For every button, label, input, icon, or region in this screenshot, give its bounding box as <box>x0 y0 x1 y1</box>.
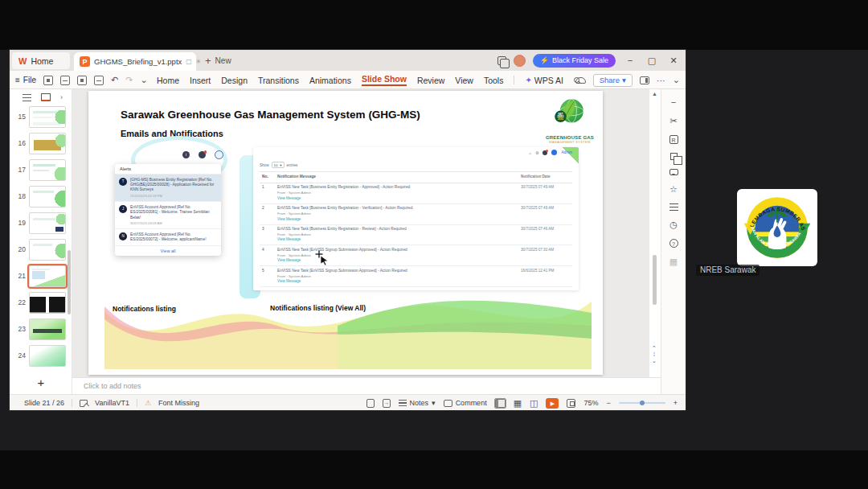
close-button[interactable]: ✕ <box>666 55 681 66</box>
view-message-link[interactable]: View Message <box>277 237 521 243</box>
slide-thumbnail-18[interactable]: 18 <box>10 186 72 208</box>
export-pdf-icon[interactable] <box>94 76 104 85</box>
thumbnail-image <box>29 133 66 154</box>
reading-view-button[interactable]: ◫ <box>530 398 538 409</box>
zoom-slider-handle[interactable] <box>640 401 645 405</box>
menu-divider <box>514 76 514 84</box>
maximize-button[interactable]: ▢ <box>645 55 659 66</box>
collapse-ribbon-icon[interactable]: ⌄ <box>673 75 680 85</box>
minimize-button[interactable]: − <box>623 55 637 65</box>
view-message-link[interactable]: View Message <box>277 279 521 285</box>
zoom-in-button[interactable]: + <box>674 399 678 407</box>
comment-panel-icon[interactable] <box>669 169 678 175</box>
zoom-level[interactable]: 75% <box>583 399 598 407</box>
view-all-link[interactable]: View all <box>115 246 221 256</box>
share-button[interactable]: Share ▾ <box>593 74 633 87</box>
slide-thumbnail-15[interactable]: 15 <box>10 106 72 128</box>
scroll-up-icon[interactable]: ▲ <box>652 91 657 97</box>
normal-view-button[interactable] <box>495 399 506 408</box>
comment-button[interactable]: Comment <box>444 399 487 407</box>
screen: W Home P GHGMS_Briefing_v1.pptx ▢ ✳ + Ne… <box>0 0 868 489</box>
document-tab[interactable]: P GHGMS_Briefing_v1.pptx ▢ ✳ <box>74 52 196 71</box>
slide-view-icon[interactable] <box>41 93 51 101</box>
save-icon[interactable] <box>43 76 53 85</box>
menu-tools[interactable]: Tools <box>484 76 504 85</box>
top-black-band <box>0 0 868 50</box>
font-missing-label[interactable]: Font Missing <box>158 399 199 407</box>
menu-view[interactable]: View <box>455 76 473 85</box>
next-slide-button[interactable]: ⌄ <box>652 358 657 364</box>
redo-icon[interactable]: ↷ <box>125 75 133 85</box>
page-setup-icon[interactable] <box>366 399 375 408</box>
menu-wps-ai[interactable]: ✦ WPS AI <box>525 76 563 85</box>
outline-view-icon[interactable] <box>23 94 31 101</box>
view-message-link[interactable]: View Message <box>277 196 521 202</box>
sidebar-scrollbar[interactable] <box>68 250 71 314</box>
menu-design[interactable]: Design <box>221 76 248 85</box>
slide-thumbnail-21-selected[interactable]: 21 <box>10 265 72 287</box>
theme-name[interactable]: VanillaVT1 <box>95 399 129 407</box>
menu-insert[interactable]: Insert <box>190 76 211 85</box>
slide-21[interactable]: Sarawak Greenhouse Gas Management System… <box>88 91 603 375</box>
menu-slide-show[interactable]: Slide Show <box>362 74 407 86</box>
view-message-link[interactable]: View Message <box>277 258 521 264</box>
slideshow-play-button[interactable]: ▶ <box>546 398 559 409</box>
page-size-select[interactable]: 10 ▾ <box>272 162 285 168</box>
alert-text: [GHG-MS] Business Entity Registration [R… <box>130 178 214 192</box>
expand-panel-icon[interactable]: › <box>60 93 63 101</box>
resume-assistant-icon[interactable]: R <box>669 135 678 144</box>
exit-view-icon[interactable] <box>383 399 391 408</box>
new-document-button[interactable]: + New <box>205 52 231 69</box>
cloud-save-icon[interactable] <box>575 77 586 84</box>
zoom-out-button[interactable]: − <box>606 399 610 407</box>
plus-icon: + <box>205 55 211 67</box>
thumbnail-image <box>29 212 66 234</box>
slide-sorter-view-button[interactable]: ▦ <box>514 398 522 409</box>
participant-video-tile[interactable]: LEMBAGA SUMBER ASLI DAN ALAM SEKITAR SAR… <box>737 189 817 266</box>
alert-item[interactable]: N EnVISS Account Approved [Ref No. ES/20… <box>115 229 221 246</box>
wps-home-tab[interactable]: W Home <box>12 52 70 69</box>
view-message-link[interactable]: View Message <box>277 217 521 223</box>
notes-bar[interactable]: Click to add notes <box>72 377 661 394</box>
alert-item[interactable]: J EnVISS Account Approved [Ref No. ES/20… <box>115 202 221 229</box>
account-avatar[interactable] <box>514 55 526 67</box>
menu-transitions[interactable]: Transitions <box>258 76 299 85</box>
scrollbar-thumb[interactable] <box>653 255 657 305</box>
fit-slide-icon[interactable] <box>567 399 575 408</box>
slide-thumbnail-23[interactable]: 23 <box>10 318 72 340</box>
wps-presentation-window: W Home P GHGMS_Briefing_v1.pptx ▢ ✳ + Ne… <box>10 50 686 410</box>
canvas-scrollbar[interactable]: ▲ ⌃ ⁞ ⌄ <box>649 89 661 377</box>
slide-thumbnail-19[interactable]: 19 <box>10 212 72 234</box>
slide-thumbnail-17[interactable]: 17 <box>10 159 72 181</box>
alert-item[interactable]: T [GHG-MS] Business Entity Registration … <box>115 175 221 202</box>
favorites-star-icon[interactable]: ☆ <box>669 184 678 195</box>
print-icon[interactable] <box>77 76 87 85</box>
task-pane-icon[interactable] <box>640 76 649 84</box>
slide-thumbnail-20[interactable]: 20 <box>10 239 72 261</box>
toolbar-more-chevron-icon[interactable]: ⌄ <box>140 75 147 85</box>
settings-sliders-icon[interactable] <box>669 203 678 211</box>
slide-thumbnail-16[interactable]: 16 <box>10 133 72 154</box>
previous-slide-button[interactable]: ⌃ <box>652 345 657 351</box>
zoom-slider[interactable] <box>619 402 665 404</box>
window-switcher-icon[interactable] <box>497 56 506 65</box>
help-icon[interactable]: ? <box>669 239 678 248</box>
undo-icon[interactable]: ↶ <box>111 75 118 85</box>
slide-thumbnail-22[interactable]: 22 <box>10 292 72 314</box>
apps-grid-icon[interactable]: ▦ <box>669 257 678 267</box>
print-preview-icon[interactable] <box>60 76 70 85</box>
black-friday-sale-button[interactable]: ⚡ Black Friday Sale <box>533 54 616 68</box>
design-tools-icon[interactable]: ✂ <box>669 116 677 126</box>
notes-toggle[interactable]: Notes ▾ <box>399 399 436 407</box>
collapse-rail-icon[interactable]: − <box>671 97 676 107</box>
file-menu[interactable]: ≡ File <box>15 76 36 84</box>
menu-review[interactable]: Review <box>417 76 444 85</box>
menu-home[interactable]: Home <box>157 76 179 85</box>
more-options-icon[interactable]: ··· <box>657 76 665 85</box>
history-clock-icon[interactable]: ◷ <box>669 220 678 230</box>
add-slide-button[interactable]: + <box>10 376 72 389</box>
slide-thumbnail-24[interactable]: 24 <box>10 345 72 367</box>
menu-animations[interactable]: Animations <box>309 76 351 85</box>
shapes-icon[interactable] <box>670 153 678 160</box>
dropdown-icon: ▾ <box>280 163 281 167</box>
